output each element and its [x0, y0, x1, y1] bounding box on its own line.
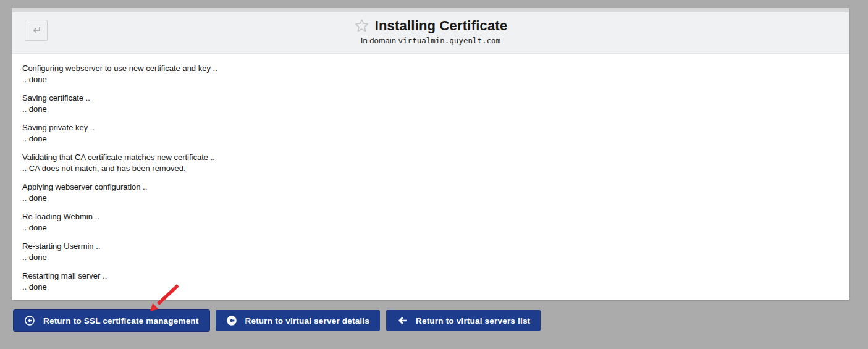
log-entry: Re-loading Webmin .. .. done — [22, 211, 839, 233]
log-entry: Validating that CA certificate matches n… — [22, 152, 839, 174]
subtitle-prefix: In domain — [361, 36, 398, 45]
log-action: Applying webserver configuration .. — [22, 182, 839, 193]
arrow-left-circle-solid-icon — [226, 315, 237, 326]
arrow-left-icon — [397, 315, 408, 326]
page-title: Installing Certificate — [375, 18, 508, 34]
log-action: Validating that CA certificate matches n… — [22, 152, 839, 163]
footer-button-row: Return to SSL certificate management Ret… — [14, 310, 541, 331]
log-action: Saving certificate .. — [22, 93, 839, 104]
log-result: .. done — [22, 193, 839, 204]
button-label: Return to virtual servers list — [416, 316, 530, 326]
return-server-details-button[interactable]: Return to virtual server details — [216, 310, 380, 331]
return-ssl-management-button[interactable]: Return to SSL certificate management — [14, 310, 209, 331]
return-servers-list-button[interactable]: Return to virtual servers list — [386, 310, 541, 331]
return-arrow-icon — [30, 24, 43, 36]
button-label: Return to virtual server details — [245, 316, 369, 326]
log-result: .. done — [22, 104, 839, 115]
log-entry: Saving private key .. .. done — [22, 122, 839, 145]
button-label: Return to SSL certificate management — [43, 316, 199, 326]
arrow-left-circle-outline-icon — [24, 315, 35, 326]
log-result: .. done — [22, 74, 839, 85]
page-header: Installing Certificate In domain virtual… — [12, 12, 849, 54]
panel-top-strip — [12, 8, 849, 12]
star-outline-icon[interactable] — [354, 18, 369, 33]
log-action: Configuring webserver to use new certifi… — [22, 63, 839, 74]
page-subtitle: In domain virtualmin.quyenlt.com — [12, 36, 849, 45]
log-result: .. done — [22, 282, 839, 293]
log-result: .. done — [22, 222, 839, 233]
log-entry: Applying webserver configuration .. .. d… — [22, 182, 839, 204]
log-result: .. done — [22, 133, 839, 145]
log-result: .. done — [22, 252, 839, 263]
main-panel: Installing Certificate In domain virtual… — [12, 8, 849, 300]
back-button[interactable] — [25, 20, 48, 41]
log-action: Saving private key .. — [22, 122, 839, 133]
log-action: Re-loading Webmin .. — [22, 211, 839, 222]
log-action: Re-starting Usermin .. — [22, 241, 839, 252]
log-action: Restarting mail server .. — [22, 271, 839, 282]
log-entry: Configuring webserver to use new certifi… — [22, 63, 839, 85]
domain-name: virtualmin.quyenlt.com — [398, 36, 501, 45]
log-entry: Restarting mail server .. .. done — [22, 271, 839, 293]
log-result: .. CA does not match, and has been remov… — [22, 163, 839, 174]
log-output: Configuring webserver to use new certifi… — [12, 54, 849, 300]
log-entry: Re-starting Usermin .. .. done — [22, 241, 839, 263]
log-entry: Saving certificate .. .. done — [22, 93, 839, 115]
